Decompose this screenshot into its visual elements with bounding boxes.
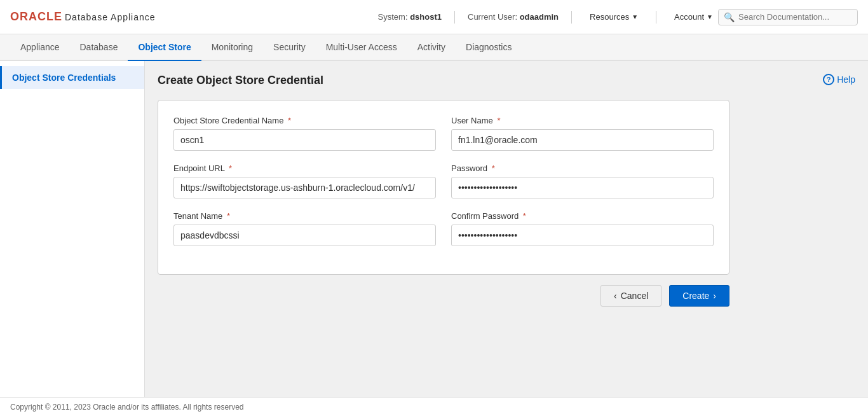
system-label: System: dshost1	[378, 12, 442, 22]
form-group-endpoint-url: Endpoint URL *	[173, 163, 436, 198]
page-title: Create Object Store Credential	[158, 74, 855, 87]
sidebar-item-object-store-credentials[interactable]: Object Store Credentials	[0, 66, 144, 89]
resources-button[interactable]: Resources ▼	[585, 10, 643, 24]
required-marker: *	[229, 163, 232, 173]
help-label: Help	[837, 74, 855, 85]
endpoint-url-label: Endpoint URL *	[173, 163, 436, 173]
form-row-2: Endpoint URL * Password *	[173, 163, 714, 198]
search-box[interactable]: 🔍	[718, 9, 858, 25]
form-row-3: Tenant Name * Confirm Password *	[173, 211, 714, 246]
divider	[454, 11, 455, 24]
nav-item-activity[interactable]: Activity	[407, 34, 456, 62]
oracle-wordmark: ORACLEDatabase Appliance	[10, 10, 156, 24]
tenant-name-label: Tenant Name *	[173, 211, 436, 221]
form-group-credential-name: Object Store Credential Name *	[173, 116, 436, 151]
tenant-name-input[interactable]	[173, 225, 436, 246]
form-group-user-name: User Name *	[451, 116, 714, 151]
form-group-tenant-name: Tenant Name *	[173, 211, 436, 246]
nav-item-multi-user-access[interactable]: Multi-User Access	[316, 34, 407, 62]
nav-item-database[interactable]: Database	[70, 34, 128, 62]
password-label: Password *	[451, 163, 714, 173]
chevron-down-icon: ▼	[707, 13, 713, 20]
user-name-label: User Name *	[451, 116, 714, 125]
header: ORACLEDatabase Appliance System: dshost1…	[0, 0, 868, 34]
user-label: Current User: odaadmin	[468, 12, 559, 22]
form-group-confirm-password: Confirm Password *	[451, 211, 714, 246]
logo: ORACLEDatabase Appliance	[10, 10, 156, 24]
help-link[interactable]: ? Help	[823, 74, 855, 85]
chevron-right-icon: ›	[713, 291, 716, 301]
credential-name-input[interactable]	[173, 129, 436, 151]
nav-item-security[interactable]: Security	[263, 34, 316, 62]
nav-item-diagnostics[interactable]: Diagnostics	[456, 34, 522, 62]
required-marker: *	[227, 211, 230, 221]
required-marker: *	[523, 211, 526, 221]
search-icon: 🔍	[724, 12, 735, 22]
divider	[656, 11, 656, 24]
form-card: Object Store Credential Name * User Name…	[158, 100, 729, 275]
divider	[571, 11, 572, 24]
help-icon: ?	[823, 74, 834, 85]
nav-item-monitoring[interactable]: Monitoring	[201, 34, 263, 62]
footer: Copyright © 2011, 2023 Oracle and/or its…	[0, 397, 868, 416]
password-input[interactable]	[451, 177, 714, 198]
cancel-button[interactable]: ‹ Cancel	[600, 285, 661, 307]
search-input[interactable]	[738, 12, 852, 22]
create-button[interactable]: Create ›	[669, 285, 729, 307]
required-marker: *	[497, 116, 500, 125]
chevron-down-icon: ▼	[632, 13, 638, 20]
nav-item-appliance[interactable]: Appliance	[10, 34, 70, 62]
main-content: Create Object Store Credential ? Help Ob…	[145, 61, 868, 397]
credential-name-label: Object Store Credential Name *	[173, 116, 436, 125]
confirm-password-input[interactable]	[451, 225, 714, 246]
nav-bar: Appliance Database Object Store Monitori…	[0, 34, 868, 61]
sidebar: Object Store Credentials	[0, 61, 145, 397]
nav-item-object-store[interactable]: Object Store	[128, 34, 201, 62]
account-button[interactable]: Account ▼	[669, 10, 718, 24]
chevron-left-icon: ‹	[614, 291, 617, 301]
app-name: Database Appliance	[65, 12, 156, 22]
required-marker: *	[492, 163, 495, 173]
endpoint-url-input[interactable]	[173, 177, 436, 198]
confirm-password-label: Confirm Password *	[451, 211, 714, 221]
header-system-info: System: dshost1 Current User: odaadmin R…	[378, 10, 718, 24]
required-marker: *	[288, 116, 291, 125]
user-name-input[interactable]	[451, 129, 714, 151]
form-group-password: Password *	[451, 163, 714, 198]
system-value: dshost1	[410, 12, 442, 22]
button-bar: ‹ Cancel Create ›	[158, 285, 729, 307]
main-layout: Object Store Credentials Create Object S…	[0, 61, 868, 397]
user-value: odaadmin	[520, 12, 559, 22]
footer-text: Copyright © 2011, 2023 Oracle and/or its…	[10, 403, 243, 412]
form-row-1: Object Store Credential Name * User Name…	[173, 116, 714, 151]
